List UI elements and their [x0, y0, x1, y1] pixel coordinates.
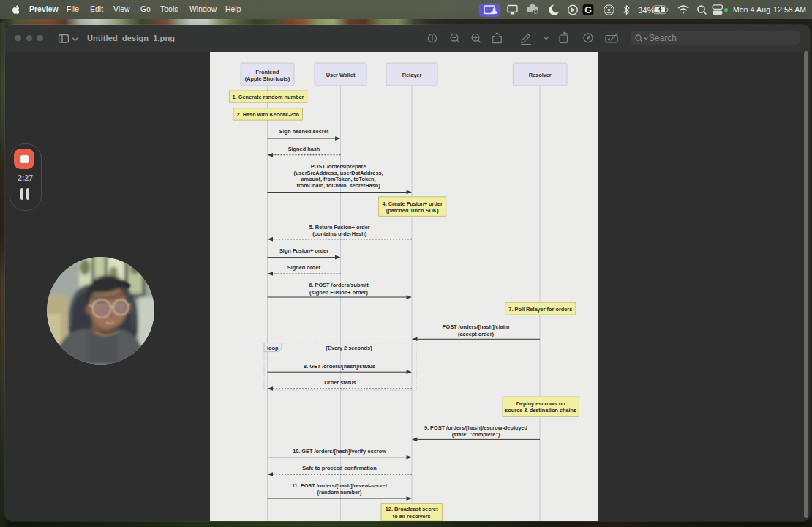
- svg-text:10. GET /orders/[hash]/verify-: 10. GET /orders/[hash]/verify-escrow: [293, 448, 386, 455]
- svg-text:fromChain, toChain, secretHash: fromChain, toChain, secretHash): [296, 182, 380, 189]
- svg-text:[Every 2 seconds]: [Every 2 seconds]: [326, 345, 372, 351]
- svg-text:(state: "complete"): (state: "complete"): [452, 431, 500, 438]
- svg-text:Deploy escrows on: Deploy escrows on: [516, 400, 565, 407]
- svg-text:amount, fromToken, toToken,: amount, fromToken, toToken,: [301, 176, 376, 182]
- svg-text:(Apple Shortcuts): (Apple Shortcuts): [245, 75, 290, 82]
- svg-text:G: G: [584, 5, 592, 15]
- svg-text:Relayer: Relayer: [402, 72, 422, 78]
- svg-text:(patched 1inch SDK): (patched 1inch SDK): [386, 207, 439, 214]
- svg-text:(random number): (random number): [317, 489, 362, 496]
- svg-text:Frontend: Frontend: [256, 69, 279, 75]
- svg-text:5. Return Fusion+ order: 5. Return Fusion+ order: [309, 224, 370, 231]
- svg-text:2. Hash with Keccak-256: 2. Hash with Keccak-256: [237, 111, 299, 118]
- svg-text:12. Broadcast secret: 12. Broadcast secret: [386, 506, 438, 512]
- svg-text:11. POST /orders/[hash]/reveal: 11. POST /orders/[hash]/reveal-secret: [292, 482, 388, 489]
- svg-text:Sign hashed secret: Sign hashed secret: [279, 128, 329, 135]
- svg-text:Sign Fusion+ order: Sign Fusion+ order: [279, 247, 328, 254]
- svg-text:4. Create Fusion+ order: 4. Create Fusion+ order: [383, 201, 443, 207]
- svg-text:Order status: Order status: [324, 379, 356, 386]
- svg-text:Signed order: Signed order: [287, 264, 320, 271]
- svg-text:7. Poll Relayer for orders: 7. Poll Relayer for orders: [508, 306, 572, 313]
- svg-text:source & destination chains: source & destination chains: [505, 407, 576, 414]
- svg-text:9. POST /orders/[hash]/escrow-: 9. POST /orders/[hash]/escrow-deployed: [424, 425, 527, 431]
- svg-text:34%: 34%: [638, 6, 655, 15]
- svg-text:(contains orderHash): (contains orderHash): [312, 231, 366, 237]
- svg-text:Safe to proceed confirmation: Safe to proceed confirmation: [302, 465, 377, 471]
- svg-text:(accept order): (accept order): [458, 331, 495, 337]
- svg-text:Resolver: Resolver: [529, 72, 552, 78]
- svg-text:(signed Fusion+ order): (signed Fusion+ order): [309, 289, 368, 296]
- svg-text:loop: loop: [267, 345, 279, 351]
- svg-text:POST /orders/prepare: POST /orders/prepare: [311, 163, 366, 170]
- svg-text:to all resolvers: to all resolvers: [393, 513, 431, 520]
- svg-text:POST /orders/[hash]/claim: POST /orders/[hash]/claim: [443, 324, 510, 330]
- svg-text:8. GET /orders/[hash]/status: 8. GET /orders/[hash]/status: [304, 363, 375, 370]
- svg-text:6. POST /orders/submit: 6. POST /orders/submit: [309, 282, 369, 288]
- svg-text:User Wallet: User Wallet: [326, 72, 356, 78]
- svg-text:Signed hash: Signed hash: [288, 146, 320, 152]
- svg-text:1. Generate random number: 1. Generate random number: [233, 94, 304, 100]
